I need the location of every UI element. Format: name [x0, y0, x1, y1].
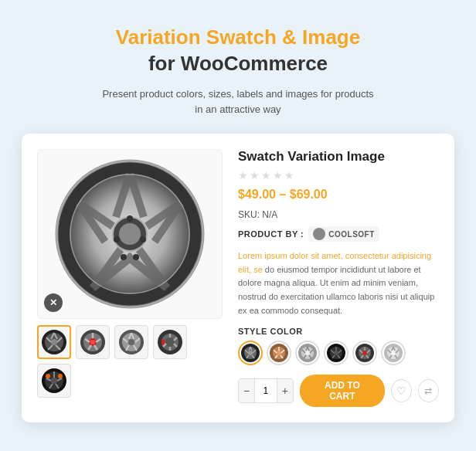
brand-icon [313, 228, 325, 240]
title-line2: for WooCommerce [102, 51, 373, 77]
swatch-1[interactable] [238, 341, 263, 365]
brand-name: COOLSOFT [328, 230, 375, 239]
sku-label: SKU: [238, 209, 260, 220]
thumbnail-1[interactable] [37, 325, 71, 359]
header-section: Variation Swatch & Image for WooCommerce… [71, 0, 404, 134]
style-color-section: STYLE COLOR [238, 327, 439, 365]
star-2: ★ [250, 169, 260, 181]
product-title: Swatch Variation Image [238, 149, 439, 164]
svg-point-50 [165, 337, 175, 347]
swatch-3[interactable] [295, 341, 320, 365]
swatch-5[interactable] [352, 341, 377, 365]
product-by-row: PRODUCT BY : COOLSOFT [238, 226, 439, 242]
brand-badge: COOLSOFT [308, 226, 379, 242]
thumbnail-4[interactable] [153, 325, 187, 359]
thumbnail-list [37, 325, 223, 398]
star-3: ★ [261, 169, 271, 181]
product-price: $49.00 – $69.00 [238, 188, 439, 202]
compare-button[interactable]: ⇄ [418, 379, 439, 402]
star-rating: ★ ★ ★ ★ ★ [238, 169, 439, 181]
title-line1: Variation Swatch & Image [102, 25, 373, 51]
product-description: Lorem ipsum dolor sit amet, consectetur … [238, 249, 439, 317]
style-color-label: STYLE COLOR [238, 327, 439, 336]
product-by-label: PRODUCT BY : [238, 229, 304, 239]
product-details: Swatch Variation Image ★ ★ ★ ★ ★ $49.00 … [238, 149, 439, 407]
star-5: ★ [284, 169, 294, 181]
quantity-minus-button[interactable]: − [239, 379, 254, 402]
svg-point-68 [248, 351, 253, 355]
svg-point-85 [305, 351, 310, 355]
svg-point-59 [46, 374, 50, 378]
svg-point-3 [119, 223, 141, 245]
sku-row: SKU: N/A [238, 209, 439, 220]
sku-value: N/A [262, 209, 277, 220]
thumbnail-3[interactable] [114, 325, 148, 359]
svg-point-58 [51, 378, 57, 384]
thumbnail-5[interactable] [37, 364, 71, 398]
svg-point-77 [277, 351, 281, 355]
add-to-cart-button[interactable]: Add To Cart [300, 375, 385, 407]
product-card: ✕ [22, 134, 454, 422]
quantity-control: − + [238, 378, 294, 403]
svg-point-18 [133, 254, 139, 260]
quantity-plus-button[interactable]: + [277, 379, 293, 402]
svg-point-23 [51, 339, 57, 345]
svg-point-33 [90, 340, 95, 344]
remove-image-button[interactable]: ✕ [44, 293, 63, 312]
svg-point-19 [121, 254, 127, 260]
svg-point-41 [128, 339, 134, 345]
svg-point-94 [334, 351, 338, 355]
add-to-cart-row: − + Add To Cart ♡ ⇄ [238, 375, 439, 407]
svg-point-20 [114, 236, 120, 242]
svg-point-17 [140, 236, 146, 242]
main-wheel-svg [53, 157, 207, 311]
svg-point-110 [391, 351, 396, 355]
svg-point-102 [362, 351, 367, 355]
swatch-4[interactable] [324, 341, 348, 365]
swatch-6[interactable] [381, 341, 406, 365]
star-1: ★ [238, 169, 248, 181]
main-image-container: ✕ [37, 149, 223, 319]
product-image-section: ✕ [37, 149, 223, 407]
svg-point-60 [58, 374, 63, 378]
thumbnail-2[interactable] [76, 325, 110, 359]
star-4: ★ [273, 169, 283, 181]
svg-point-16 [127, 215, 133, 222]
wishlist-button[interactable]: ♡ [391, 379, 412, 402]
quantity-input[interactable] [254, 379, 277, 402]
header-subtitle: Present product colors, sizes, labels an… [102, 86, 373, 119]
swatch-2[interactable] [267, 341, 291, 365]
swatch-list [238, 341, 439, 365]
